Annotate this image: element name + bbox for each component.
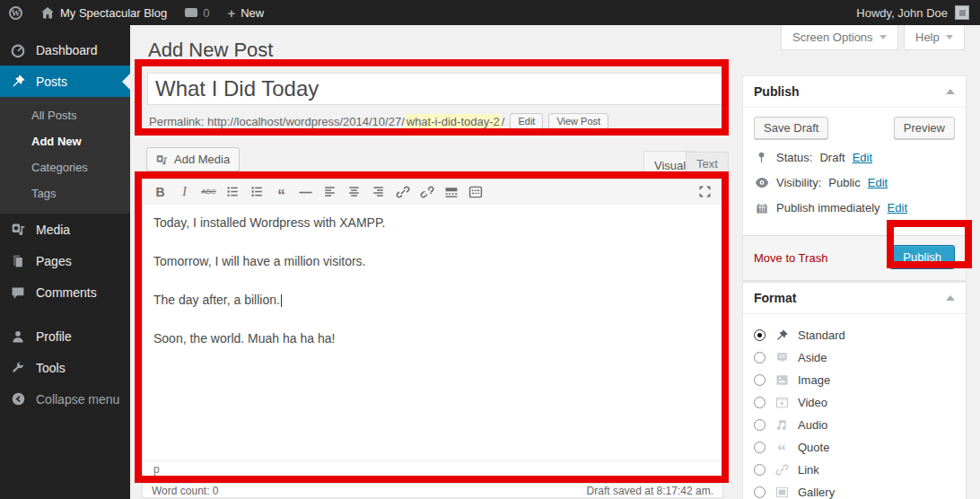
horizontal-rule-button[interactable]: — (293, 181, 318, 203)
insert-link-button[interactable] (390, 181, 415, 203)
comments-icon (9, 284, 27, 302)
publish-panel: Publish Save Draft Preview Status: Draft… (742, 75, 967, 281)
sidebar-item-profile[interactable]: Profile (0, 320, 130, 352)
sidebar-item-tags[interactable]: Tags (0, 180, 130, 206)
numbered-list-button[interactable] (245, 181, 269, 203)
sidebar-label: Comments (36, 285, 97, 300)
sidebar-item-add-new[interactable]: Add New (0, 128, 130, 154)
radio-quote[interactable] (754, 442, 766, 453)
radio-aside[interactable] (754, 352, 766, 363)
format-option-quote[interactable]: “ Quote (754, 436, 955, 459)
sidebar-item-tools[interactable]: Tools (0, 352, 130, 383)
format-video-icon (774, 396, 790, 409)
format-image-icon (774, 373, 790, 387)
format-option-link[interactable]: Link (754, 459, 955, 481)
add-media-icon (156, 153, 169, 166)
status-value: Draft (819, 151, 844, 164)
admin-sidebar: Dashboard Posts All Posts Add New Catego… (0, 25, 130, 499)
format-option-audio[interactable]: Audio (754, 414, 955, 436)
sidebar-label: Posts (36, 74, 67, 89)
format-label: Video (798, 396, 827, 409)
page-title: Add New Post (148, 39, 273, 62)
fullscreen-button[interactable] (693, 181, 717, 203)
insert-more-tag-button[interactable] (439, 181, 463, 203)
admin-bar-account[interactable]: Howdy, John Doe (856, 0, 980, 25)
profile-icon (9, 328, 27, 346)
text-cursor (281, 294, 282, 307)
radio-gallery[interactable] (754, 486, 766, 498)
publish-button[interactable]: Publish (889, 245, 955, 269)
admin-bar-comments[interactable]: 0 (176, 0, 218, 25)
add-media-label: Add Media (174, 153, 230, 166)
add-media-button[interactable]: Add Media (146, 147, 240, 171)
wordpress-admin-add-new-post: W My Spectacular Blog 0 + New Howdy, Joh… (0, 0, 980, 499)
sidebar-item-posts[interactable]: Posts (0, 66, 130, 97)
format-option-video[interactable]: Video (754, 391, 955, 414)
editor-content-area[interactable]: Today, I installed Wordpress with XAMPP.… (143, 205, 722, 461)
bold-button[interactable]: B (148, 181, 172, 203)
collapse-panel-icon[interactable] (946, 291, 955, 301)
site-name: My Spectacular Blog (60, 6, 167, 20)
italic-button[interactable]: I (172, 181, 197, 203)
sidebar-separator (0, 308, 130, 320)
sidebar-label: Profile (36, 329, 72, 344)
bullet-list-button[interactable] (221, 181, 245, 203)
post-title-input[interactable] (147, 73, 722, 105)
eye-icon (754, 177, 769, 188)
toolbar-toggle-button[interactable] (463, 181, 487, 203)
editor-status-bar: Word count: 0 Draft saved at 8:17:42 am. (142, 483, 723, 498)
visibility-value: Public (828, 176, 860, 189)
radio-link[interactable] (754, 464, 766, 476)
radio-standard[interactable] (754, 329, 766, 341)
edit-permalink-button[interactable]: Edit (510, 113, 543, 129)
calendar-icon (754, 202, 769, 214)
editor-paragraph: Tomorrow, I will have a million visitors… (153, 253, 712, 270)
remove-link-button[interactable] (415, 181, 439, 203)
edit-schedule-link[interactable]: Edit (888, 201, 907, 214)
site-name-link[interactable]: My Spectacular Blog (31, 0, 176, 25)
sidebar-item-comments[interactable]: Comments (0, 276, 130, 308)
sidebar-item-categories[interactable]: Categories (0, 154, 130, 180)
wordpress-logo-menu[interactable]: W (0, 0, 31, 25)
screen-options-button[interactable]: Screen Options (781, 25, 898, 50)
status-pin-icon (754, 151, 769, 164)
format-option-image[interactable]: Image (754, 369, 955, 391)
align-left-button[interactable] (318, 181, 342, 203)
comments-bubble-icon (185, 8, 197, 17)
media-icon (9, 221, 27, 239)
preview-button[interactable]: Preview (894, 117, 955, 139)
strikethrough-button[interactable]: ABC (197, 181, 221, 203)
sidebar-item-dashboard[interactable]: Dashboard (0, 34, 130, 66)
editor-element-path: p (143, 460, 722, 477)
sidebar-item-collapse-menu[interactable]: Collapse menu (0, 383, 130, 415)
save-draft-button[interactable]: Save Draft (754, 117, 828, 139)
tab-text[interactable]: Text (686, 152, 729, 175)
schedule-row: Publish immediately Edit (754, 201, 955, 214)
collapse-panel-icon[interactable] (946, 84, 955, 94)
dashboard-icon (9, 41, 27, 59)
edit-status-link[interactable]: Edit (853, 151, 872, 164)
sidebar-item-pages[interactable]: Pages (0, 245, 130, 276)
visibility-row: Visibility: Public Edit (754, 176, 955, 189)
radio-image[interactable] (754, 374, 766, 386)
help-button[interactable]: Help (904, 25, 965, 50)
sidebar-label: Collapse menu (36, 392, 119, 407)
move-to-trash-link[interactable]: Move to Trash (754, 251, 827, 265)
sidebar-label: Pages (36, 254, 72, 268)
chevron-down-icon (879, 35, 887, 43)
chevron-down-icon (946, 35, 953, 43)
align-right-button[interactable] (366, 181, 390, 203)
view-post-button[interactable]: View Post (548, 113, 608, 129)
edit-visibility-link[interactable]: Edit (868, 176, 888, 189)
format-option-aside[interactable]: Aside (754, 346, 955, 369)
radio-video[interactable] (754, 397, 766, 408)
sidebar-item-media[interactable]: Media (0, 214, 130, 245)
format-option-standard[interactable]: Standard (754, 324, 955, 346)
admin-bar-new[interactable]: + New (218, 0, 273, 25)
align-center-button[interactable] (342, 181, 366, 203)
editor-paragraph: Soon, the world. Muah ha ha ha! (153, 330, 712, 347)
radio-audio[interactable] (754, 419, 766, 431)
sidebar-item-all-posts[interactable]: All Posts (0, 102, 130, 128)
blockquote-button[interactable]: “ (269, 181, 293, 203)
format-option-gallery[interactable]: Gallery (754, 481, 955, 499)
